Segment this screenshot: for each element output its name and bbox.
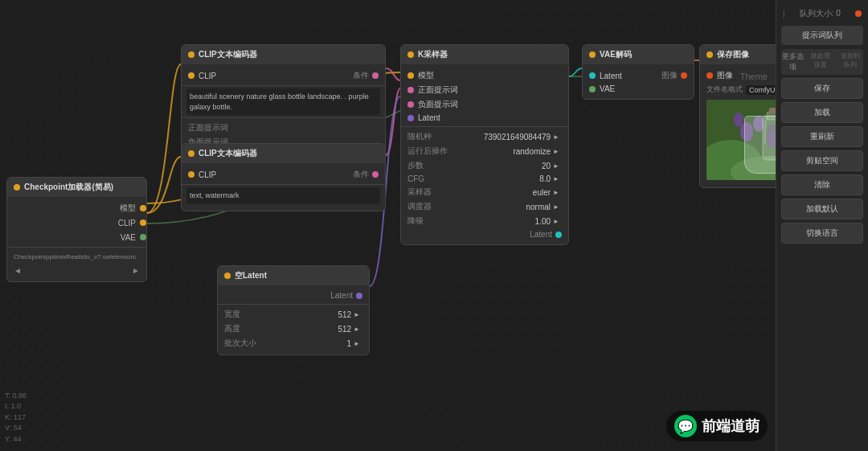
toggle-lang-button[interactable]: 切换语言 <box>781 223 863 244</box>
extra2-label: 追加到队列 <box>837 51 863 72</box>
checkpoint-filename: CheckpointpptimixRealistic_v7.safetensor… <box>7 250 146 264</box>
save-image-title: 保存图像 <box>717 49 749 60</box>
batch-arrow[interactable]: ► <box>351 340 362 347</box>
checkpoint-vae-port: VAE <box>7 230 146 244</box>
clip1-sep1 <box>182 85 385 86</box>
clip2-clip-row: CLIP 条件 <box>182 167 385 182</box>
model-port-dot <box>140 205 146 211</box>
clear-button[interactable]: 清除 <box>781 174 863 195</box>
save-button[interactable]: 保存 <box>781 78 863 99</box>
vae-latent-dot <box>589 72 596 79</box>
ksampler-pos-dot <box>407 87 414 93</box>
watermark-text: 前端道萌 <box>702 416 760 436</box>
clip2-header: CLIP文本编码器 <box>182 144 385 163</box>
ksampler-scheduler-row[interactable]: 调度器 normal ► <box>401 199 568 214</box>
ksampler-dot <box>407 51 414 58</box>
vae-decode-dot <box>589 51 596 58</box>
clip2-node: CLIP文本编码器 CLIP 条件 text, watermark <box>181 143 386 211</box>
ksampler-latent-dot <box>407 115 414 121</box>
coord-line2: I: 1.0 <box>5 401 27 412</box>
clip2-text[interactable]: text, watermark <box>186 187 380 204</box>
checkpoint-clip-port: CLIP <box>7 215 146 230</box>
ksampler-cfg-row[interactable]: CFG 8.0 ► <box>401 173 568 185</box>
clip2-body: CLIP 条件 text, watermark <box>182 163 385 211</box>
vae-decode-header: VAE解码 <box>583 45 694 64</box>
prompt-queue-btn[interactable]: 提示词队列 <box>781 26 863 45</box>
svg-point-4 <box>740 122 753 141</box>
clip2-dot <box>188 150 194 157</box>
ksampler-denoise-row[interactable]: 降噪 1.00 ► <box>401 214 568 228</box>
action-arrow[interactable]: ► <box>551 148 562 155</box>
checkpoint-dot <box>14 184 20 191</box>
ksampler-sep1 <box>401 126 568 127</box>
ksampler-steps-row[interactable]: 步数 20 ► <box>401 158 568 173</box>
ksampler-seed-row[interactable]: 随机种 739021649084479 ► <box>401 129 568 144</box>
coord-line5: Y: 44 <box>5 434 27 445</box>
clip2-sep1 <box>182 184 385 185</box>
vae-vae-dot <box>589 86 596 92</box>
seed-arrow[interactable]: ► <box>551 133 562 141</box>
side-panel: | 队列大小: 0 提示词队列 更多选项 批处理设置 追加到队列 保存 加载 重… <box>776 0 868 451</box>
coord-line1: T: 0.86 <box>5 391 27 402</box>
ksampler-header: K采样器 <box>401 45 568 64</box>
clip1-clip-row: CLIP 条件 <box>182 68 385 83</box>
latent-width-row[interactable]: 宽度 512 ► <box>218 307 369 322</box>
ksampler-latent-out: Latent <box>401 228 568 240</box>
more-options-label: 更多选项 <box>781 51 805 72</box>
ksampler-latent-row: Latent <box>401 112 568 124</box>
ksampler-action-row[interactable]: 运行后操作 randomize ► <box>401 144 568 158</box>
latent-out-row: Latent <box>218 289 369 301</box>
clip1-text[interactable]: beautiful scenery nature glass bottle la… <box>186 88 380 115</box>
extra1-label: 批处理设置 <box>809 51 834 72</box>
svg-point-5 <box>753 116 764 132</box>
clip1-clip-dot <box>188 72 194 79</box>
load-default-button[interactable]: 加载默认 <box>781 199 863 219</box>
clip2-clip-dot <box>188 171 194 178</box>
ksampler-sampler-row[interactable]: 采样器 euler ► <box>401 185 568 199</box>
coord-line4: V: 54 <box>5 423 27 434</box>
sampler-arrow[interactable]: ► <box>551 189 562 196</box>
clip1-sep2 <box>182 117 385 118</box>
clip2-title: CLIP文本编码器 <box>199 148 257 159</box>
save-image-port-dot <box>706 72 713 79</box>
watermark-icon: 💬 <box>674 415 697 437</box>
clip1-condition-dot <box>372 72 379 79</box>
side-panel-header: | 队列大小: 0 <box>776 4 868 23</box>
ksampler-node: K采样器 模型 正面提示词 负面提示词 Latent 随机种 739021649… <box>400 44 569 245</box>
clip1-header: CLIP文本编码器 <box>182 45 385 64</box>
clip2-condition-dot <box>372 171 379 178</box>
cfg-arrow[interactable]: ► <box>551 175 562 182</box>
save-image-dot <box>706 51 713 58</box>
latent-batch-row[interactable]: 批次大小 1 ► <box>218 336 369 351</box>
empty-latent-node: 空Latent Latent 宽度 512 ► 高度 512 ► 批次大小 1 … <box>217 265 370 355</box>
vae-decode-body: Latent 图像 VAE <box>583 64 694 99</box>
latent-height-row[interactable]: 高度 512 ► <box>218 322 369 336</box>
theme-label: Theme <box>740 72 768 81</box>
svg-point-6 <box>734 113 743 127</box>
height-arrow[interactable]: ► <box>351 326 362 333</box>
clip1-positive-row: 正面提示词 <box>182 121 385 135</box>
add-button[interactable]: 加载 <box>781 102 863 123</box>
coord-line3: K: 117 <box>5 412 27 424</box>
watermark: 💬 前端道萌 <box>666 411 768 441</box>
checkpoint-model-port: 模型 <box>7 201 146 215</box>
checkpoint-node: Checkpoint加载器(简易) 模型 CLIP VAE Checkpoint… <box>6 177 147 282</box>
refresh-button[interactable]: 重刷新 <box>781 126 863 147</box>
checkpoint-arrows[interactable]: ◄ ► <box>7 264 146 277</box>
ksampler-positive-row: 正面提示词 <box>401 83 568 97</box>
queue-size-label: 队列大小: 0 <box>800 8 841 19</box>
ksampler-model-row: 模型 <box>401 68 568 83</box>
scheduler-arrow[interactable]: ► <box>551 203 562 211</box>
checkpoint-body: 模型 CLIP VAE CheckpointpptimixRealistic_v… <box>7 197 146 281</box>
empty-latent-dot <box>224 273 231 279</box>
more-options-row: 更多选项 批处理设置 追加到队列 <box>781 49 863 75</box>
checkpoint-header: Checkpoint加载器(简易) <box>7 178 146 197</box>
vae-decode-node: VAE解码 Latent 图像 VAE <box>582 44 694 100</box>
ksampler-title: K采样器 <box>418 49 448 60</box>
width-arrow[interactable]: ► <box>351 311 362 318</box>
steps-arrow[interactable]: ► <box>551 162 562 170</box>
denoise-arrow[interactable]: ► <box>551 218 562 225</box>
paste-button[interactable]: 剪贴空间 <box>781 150 863 171</box>
queue-status-dot <box>855 10 862 17</box>
vae-decode-title: VAE解码 <box>600 49 632 60</box>
